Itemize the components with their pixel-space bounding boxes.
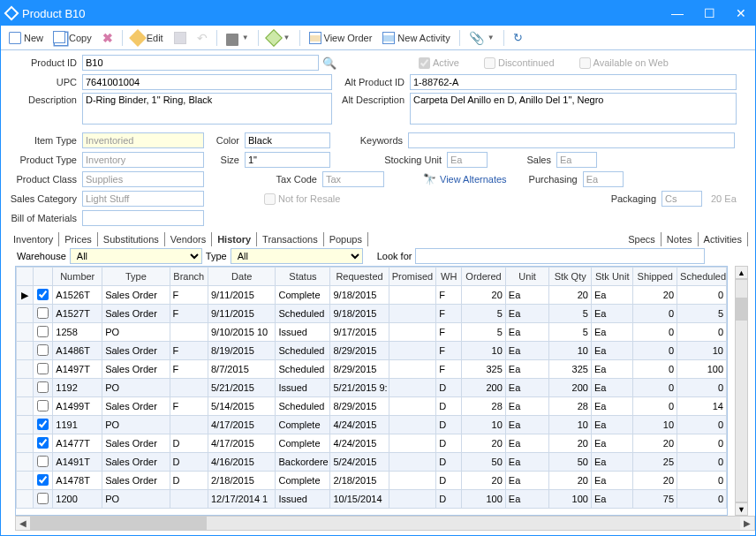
attach-button[interactable]: 📎▼ [465,29,499,47]
sales-unit-input[interactable] [556,152,597,168]
tab-prices[interactable]: Prices [59,232,98,246]
undo-icon: ↶ [197,31,208,45]
tab-activities[interactable]: Activities [699,232,748,246]
product-class-input[interactable] [82,171,204,187]
print-icon [226,34,238,46]
close-button[interactable]: ✕ [732,6,750,20]
tab-specs[interactable]: Specs [623,232,662,246]
tab-substitutions[interactable]: Substitutions [98,232,165,246]
discontinued-checkbox[interactable]: Discontinued [484,57,555,69]
col-header[interactable]: WH [436,268,462,286]
not-for-resale-checkbox[interactable]: Not for Resale [264,193,340,205]
alt-product-id-label: Alt Product ID [336,77,406,87]
new-activity-button[interactable]: New Activity [378,30,454,46]
grid-hscroll[interactable]: ◀▶ [15,516,755,531]
print-button[interactable]: ▼ [222,30,253,46]
description-label: Description [8,93,79,105]
alt-description-input[interactable]: Carpeta Del Anillo en D, Anillo Del 1", … [410,93,737,125]
col-header[interactable]: Scheduled [677,268,727,286]
tab-inventory[interactable]: Inventory [8,232,59,246]
save-button[interactable] [170,30,191,46]
tab-notes[interactable]: Notes [662,232,699,246]
product-id-input[interactable] [82,55,319,71]
maximize-button[interactable]: ☐ [700,6,718,20]
clip-icon: 📎 [469,31,484,45]
product-type-input[interactable] [82,152,204,168]
stocking-unit-input[interactable] [447,152,488,168]
tab-popups[interactable]: Popups [324,232,368,246]
table-row[interactable]: A1499TSales OrderF5/14/2015Scheduled8/29… [17,397,727,416]
col-header[interactable]: Promised [389,268,436,286]
col-header[interactable]: Stk Unit [591,268,633,286]
tax-code-input[interactable] [322,171,384,187]
alt-product-id-input[interactable] [410,74,737,90]
tab-transactions[interactable]: Transactions [257,232,324,246]
product-type-label: Product Type [8,155,79,165]
delete-button[interactable]: ✖ [98,29,117,47]
table-row[interactable]: 1200PO12/17/2014 1Issued10/15/2014D100Ea… [17,490,727,509]
table-row[interactable]: A1477TSales OrderD4/17/2015Complete4/24/… [17,434,727,453]
bom-input[interactable] [82,210,204,226]
col-header[interactable]: Shipped [633,268,677,286]
available-web-checkbox[interactable]: Available on Web [579,57,669,69]
col-header[interactable]: Status [276,268,330,286]
warehouse-select[interactable]: All [70,248,202,264]
table-row[interactable]: A1497TSales OrderF8/7/2015Scheduled8/29/… [17,360,727,379]
warehouse-label: Warehouse [17,251,66,261]
col-header[interactable]: Branch [170,268,208,286]
refresh-button[interactable]: ↻ [509,29,527,46]
app-icon [4,6,19,21]
col-header[interactable]: Stk Qty [549,268,592,286]
new-button[interactable]: New [4,30,48,46]
sales-category-input[interactable] [82,191,204,207]
tab-history[interactable]: History [212,232,257,246]
pencil-icon [129,29,147,47]
col-header[interactable]: Ordered [462,268,506,286]
description-input[interactable]: D-Ring Binder, 1" Ring, Black [82,93,332,125]
activity-icon [382,32,395,44]
tab-vendors[interactable]: Vendors [165,232,212,246]
col-header[interactable]: Date [208,268,275,286]
table-row[interactable]: A1486TSales OrderF8/19/2015Scheduled8/29… [17,342,727,360]
history-grid[interactable]: NumberTypeBranchDateStatusRequestedPromi… [15,266,728,516]
table-row[interactable]: 1258PO9/10/2015 10Issued9/17/2015F5Ea5Ea… [17,323,727,342]
search-icon[interactable]: 🔍 [322,57,336,70]
table-row[interactable]: A1491TSales OrderD4/16/2015Backordere5/2… [17,453,727,472]
item-type-input[interactable] [82,132,204,148]
col-header[interactable]: Type [102,268,170,286]
size-label: Size [208,155,241,165]
edit-button[interactable]: Edit [127,30,168,46]
color-input[interactable] [245,132,330,148]
copy-button[interactable]: Copy [49,30,96,46]
size-input[interactable] [245,152,330,168]
alt-description-label: Alt Description [336,93,406,105]
history-filter-bar: Warehouse All Type All Look for [1,246,755,266]
table-row[interactable]: ▶A1526TSales OrderF9/11/2015Complete9/18… [17,286,727,305]
view-order-button[interactable]: View Order [305,30,377,46]
col-header[interactable] [17,268,34,286]
detail-tabs: InventoryPricesSubstitutionsVendorsHisto… [1,229,755,246]
item-type-label: Item Type [8,135,79,146]
col-header[interactable] [33,268,53,286]
col-header[interactable]: Requested [330,268,389,286]
grid-vscroll[interactable]: ▲▼ [735,266,748,516]
table-row[interactable]: 1192PO5/21/2015Issued5/21/2015 9:D200Ea2… [17,379,727,397]
table-row[interactable]: A1478TSales OrderD2/18/2015Complete2/18/… [17,472,727,490]
tag-button[interactable]: ▼ [263,30,295,46]
keywords-input[interactable] [408,132,735,148]
sales-unit-label: Sales [491,155,553,165]
undo-button[interactable]: ↶ [193,29,212,47]
type-select[interactable]: All [231,248,363,264]
col-header[interactable]: Unit [505,268,549,286]
upc-input[interactable] [82,74,332,90]
col-header[interactable]: Number [53,268,102,286]
view-alternates-link[interactable]: View Alternates [440,174,507,185]
table-row[interactable]: 1191PO4/17/2015Complete4/24/2015D10Ea10E… [17,416,727,434]
minimize-button[interactable]: — [669,6,686,20]
sales-category-label: Sales Category [8,193,79,204]
table-row[interactable]: A1527TSales OrderF9/11/2015Scheduled9/18… [17,305,727,323]
packaging-unit-input[interactable] [662,191,702,207]
purchasing-unit-input[interactable] [583,171,624,187]
active-checkbox[interactable]: Active [419,57,459,69]
look-for-input[interactable] [415,248,705,264]
